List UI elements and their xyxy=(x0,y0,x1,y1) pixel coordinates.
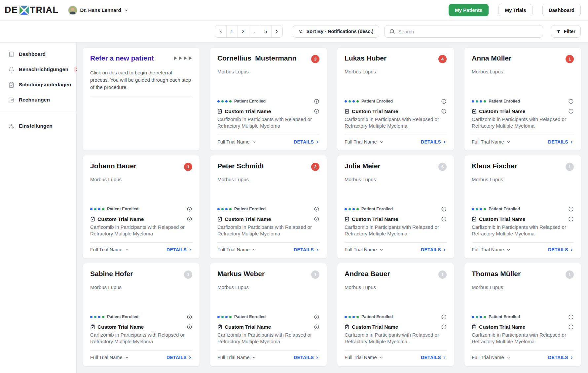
details-link[interactable]: DETAILS xyxy=(421,139,447,145)
patient-condition: Morbus Lupus xyxy=(472,177,574,182)
info-icon[interactable] xyxy=(314,314,319,320)
info-icon[interactable] xyxy=(314,216,319,222)
filter-label: Filter xyxy=(564,29,575,34)
patient-card: Peter Schmidt 2 Morbus Lupus Patient Enr… xyxy=(210,155,327,259)
details-link[interactable]: DETAILS xyxy=(294,139,319,145)
my-trials-button[interactable]: My Trials xyxy=(498,4,532,16)
info-icon[interactable] xyxy=(187,314,192,320)
sidebar-item-schulungsunterlagen[interactable]: Schulungsunterlagen xyxy=(0,77,76,92)
full-trial-name-dropdown[interactable]: Full Trial Name xyxy=(472,247,511,252)
details-link[interactable]: DETAILS xyxy=(294,355,319,360)
divider xyxy=(472,350,574,351)
info-icon[interactable] xyxy=(314,99,319,104)
refer-card-description: Click on this card to begin the referral… xyxy=(90,69,191,91)
full-trial-name-dropdown[interactable]: Full Trial Name xyxy=(217,139,256,145)
patient-name: Anna Müller xyxy=(472,54,511,62)
info-icon[interactable] xyxy=(441,108,447,114)
info-icon[interactable] xyxy=(187,216,192,222)
details-label: DETAILS xyxy=(421,139,441,145)
full-trial-name-dropdown[interactable]: Full Trial Name xyxy=(217,355,256,360)
info-icon[interactable] xyxy=(568,206,574,212)
patient-condition: Morbus Lupus xyxy=(472,69,574,74)
sidebar-item-rechnungen[interactable]: Rechnungen xyxy=(0,92,76,107)
clipboard-icon xyxy=(217,324,222,329)
chevron-right-icon xyxy=(442,355,447,360)
user-menu[interactable]: Dr. Hans Lennard xyxy=(68,6,128,15)
sidebar-item-einstellungen[interactable]: Einstellungen xyxy=(0,118,76,134)
dashboard-button[interactable]: Dashboard xyxy=(542,4,581,16)
info-icon[interactable] xyxy=(568,99,574,104)
details-label: DETAILS xyxy=(166,247,187,252)
pagination-page-1[interactable]: 1 xyxy=(226,25,238,37)
refer-new-patient-card[interactable]: Refer a new patient Click on this card t… xyxy=(83,47,200,151)
divider xyxy=(472,135,574,135)
full-trial-name-dropdown[interactable]: Full Trial Name xyxy=(345,247,384,252)
trial-name-row: Custom Trial Name xyxy=(345,216,447,222)
info-icon[interactable] xyxy=(314,324,319,330)
patient-condition: Morbus Lupus xyxy=(472,284,574,290)
sort-by-button[interactable]: Sort By - Notifications (desc.) xyxy=(293,25,379,38)
divider xyxy=(345,350,447,351)
pagination-page-2[interactable]: 2 xyxy=(238,25,249,37)
search-input[interactable] xyxy=(398,29,538,34)
details-link[interactable]: DETAILS xyxy=(166,355,192,360)
details-link[interactable]: DETAILS xyxy=(294,247,319,252)
details-link[interactable]: DETAILS xyxy=(421,247,447,252)
info-icon[interactable] xyxy=(441,216,447,222)
info-icon[interactable] xyxy=(568,216,574,222)
chevron-down-icon xyxy=(252,140,256,144)
details-link[interactable]: DETAILS xyxy=(548,139,574,145)
filter-button[interactable]: Filter xyxy=(551,25,581,38)
trial-name-row: Custom Trial Name xyxy=(90,216,192,222)
details-link[interactable]: DETAILS xyxy=(548,247,574,252)
info-icon[interactable] xyxy=(441,99,447,104)
notification-count-badge: 2 xyxy=(311,163,319,171)
play-arrows-icon xyxy=(173,56,192,61)
toolbar: 1 2 … 5 Sort By - Notifications (desc.) … xyxy=(0,21,588,43)
status-dots xyxy=(90,316,106,318)
status-dots xyxy=(345,208,360,210)
sidebar-divider xyxy=(0,113,76,113)
chevron-right-icon xyxy=(442,248,447,252)
full-trial-name-label: Full Trial Name xyxy=(345,247,377,252)
full-trial-name-dropdown[interactable]: Full Trial Name xyxy=(472,355,511,360)
pagination-prev-button[interactable] xyxy=(215,25,226,37)
info-icon[interactable] xyxy=(187,324,192,330)
details-link[interactable]: DETAILS xyxy=(548,355,574,360)
details-link[interactable]: DETAILS xyxy=(421,355,447,360)
full-trial-name-dropdown[interactable]: Full Trial Name xyxy=(217,247,256,252)
details-link[interactable]: DETAILS xyxy=(166,247,192,252)
enrollment-status-label: Patient Enrolled xyxy=(107,207,138,211)
info-icon[interactable] xyxy=(568,108,574,114)
full-trial-name-dropdown[interactable]: Full Trial Name xyxy=(472,139,511,145)
full-trial-name-label: Full Trial Name xyxy=(345,139,377,145)
clipboard-icon xyxy=(472,109,477,114)
full-trial-name-dropdown[interactable]: Full Trial Name xyxy=(90,247,129,252)
notification-count-badge: 1 xyxy=(311,270,319,279)
full-trial-name-dropdown[interactable]: Full Trial Name xyxy=(345,139,384,145)
pagination-next-button[interactable] xyxy=(271,25,282,37)
chevron-down-icon xyxy=(379,248,384,252)
my-patients-button[interactable]: My Patients xyxy=(449,4,489,16)
enrollment-status-row: Patient Enrolled xyxy=(217,206,319,212)
info-icon[interactable] xyxy=(441,206,447,212)
info-icon[interactable] xyxy=(568,314,574,320)
info-icon[interactable] xyxy=(187,206,192,212)
info-icon[interactable] xyxy=(314,108,319,114)
patient-name: Lukas Huber xyxy=(345,54,386,62)
info-icon[interactable] xyxy=(568,324,574,330)
divider xyxy=(217,350,319,351)
pagination: 1 2 … 5 xyxy=(215,25,283,38)
full-trial-name-dropdown[interactable]: Full Trial Name xyxy=(90,355,129,360)
info-icon[interactable] xyxy=(441,314,447,320)
pagination-page-5[interactable]: 5 xyxy=(260,25,271,37)
notification-count-badge: 1 xyxy=(566,270,574,279)
sidebar-item-benachrichtigungen[interactable]: Benachrichtigungen 1 xyxy=(0,62,76,77)
full-trial-name-dropdown[interactable]: Full Trial Name xyxy=(345,355,384,360)
enrollment-status-row: Patient Enrolled xyxy=(217,99,319,104)
trial-name-row: Custom Trial Name xyxy=(345,108,447,114)
info-icon[interactable] xyxy=(441,324,447,330)
sidebar-item-dashboard[interactable]: Dashboard xyxy=(0,47,76,62)
info-icon[interactable] xyxy=(314,206,319,212)
patient-card: Klaus Fischer 1 Morbus Lupus Patient Enr… xyxy=(464,155,581,259)
